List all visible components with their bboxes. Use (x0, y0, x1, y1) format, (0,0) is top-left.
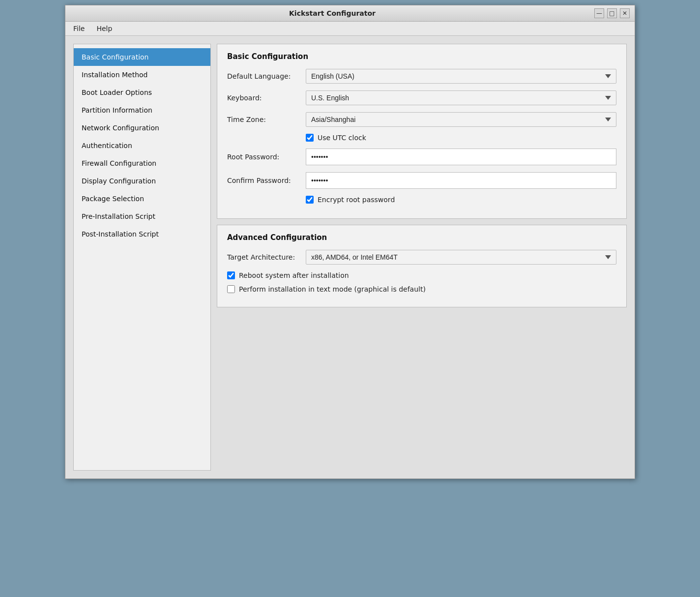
target-arch-control: x86, AMD64, or Intel EM64T ARM PowerPC s… (306, 250, 616, 265)
window-controls: — □ ✕ (594, 8, 630, 18)
text-mode-label[interactable]: Perform installation in text mode (graph… (239, 285, 426, 293)
timezone-select[interactable]: Asia/Shanghai UTC America/New_York Europ… (306, 112, 616, 127)
sidebar-item-display-configuration[interactable]: Display Configuration (74, 172, 210, 190)
sidebar-item-installation-method[interactable]: Installation Method (74, 66, 210, 84)
confirm-password-label: Confirm Password: (227, 177, 306, 184)
utc-clock-row: Use UTC clock (227, 134, 616, 142)
sidebar-item-boot-loader-options[interactable]: Boot Loader Options (74, 84, 210, 101)
sidebar-item-partition-information[interactable]: Partition Information (74, 101, 210, 119)
sidebar-item-pre-installation-script[interactable]: Pre-Installation Script (74, 208, 210, 225)
encrypt-password-row: Encrypt root password (227, 196, 616, 204)
content-area: Basic Configuration Default Language: En… (217, 44, 627, 471)
minimize-button[interactable]: — (594, 8, 604, 18)
default-language-select[interactable]: English (USA) French German Spanish Chin… (306, 69, 616, 84)
advanced-configuration-section: Advanced Configuration Target Architectu… (217, 225, 627, 307)
application-window: Kickstart Configurator — □ ✕ File Help B… (65, 5, 635, 479)
menu-bar: File Help (65, 22, 635, 36)
sidebar: Basic Configuration Installation Method … (73, 44, 211, 471)
menu-file[interactable]: File (71, 24, 87, 33)
basic-configuration-section: Basic Configuration Default Language: En… (217, 44, 627, 219)
text-mode-checkbox[interactable] (227, 285, 235, 293)
window-title: Kickstart Configurator (70, 9, 594, 17)
target-arch-select[interactable]: x86, AMD64, or Intel EM64T ARM PowerPC s… (306, 250, 616, 265)
reboot-label[interactable]: Reboot system after installation (239, 271, 349, 279)
keyboard-row: Keyboard: U.S. English French German Spa… (227, 90, 616, 105)
target-arch-row: Target Architecture: x86, AMD64, or Inte… (227, 250, 616, 265)
target-arch-label: Target Architecture: (227, 253, 306, 261)
sidebar-item-firewall-configuration[interactable]: Firewall Configuration (74, 154, 210, 172)
utc-clock-checkbox[interactable] (306, 134, 314, 142)
keyboard-label: Keyboard: (227, 94, 306, 102)
main-content: Basic Configuration Installation Method … (65, 36, 635, 478)
root-password-label: Root Password: (227, 153, 306, 161)
timezone-control: Asia/Shanghai UTC America/New_York Europ… (306, 112, 616, 127)
confirm-password-input[interactable] (306, 172, 616, 189)
maximize-button[interactable]: □ (607, 8, 617, 18)
advanced-config-title: Advanced Configuration (227, 233, 616, 242)
default-language-row: Default Language: English (USA) French G… (227, 69, 616, 84)
root-password-control (306, 149, 616, 165)
default-language-label: Default Language: (227, 72, 306, 80)
encrypt-password-checkbox[interactable] (306, 196, 314, 204)
confirm-password-control (306, 172, 616, 189)
keyboard-control: U.S. English French German Spanish (306, 90, 616, 105)
close-button[interactable]: ✕ (620, 8, 630, 18)
timezone-label: Time Zone: (227, 116, 306, 123)
reboot-checkbox[interactable] (227, 271, 235, 279)
title-bar: Kickstart Configurator — □ ✕ (65, 5, 635, 22)
confirm-password-row: Confirm Password: (227, 172, 616, 189)
sidebar-item-package-selection[interactable]: Package Selection (74, 190, 210, 208)
root-password-input[interactable] (306, 149, 616, 165)
sidebar-item-network-configuration[interactable]: Network Configuration (74, 119, 210, 137)
encrypt-password-label[interactable]: Encrypt root password (318, 196, 395, 204)
reboot-row: Reboot system after installation (227, 271, 616, 279)
timezone-row: Time Zone: Asia/Shanghai UTC America/New… (227, 112, 616, 127)
text-mode-row: Perform installation in text mode (graph… (227, 285, 616, 293)
keyboard-select[interactable]: U.S. English French German Spanish (306, 90, 616, 105)
default-language-control: English (USA) French German Spanish Chin… (306, 69, 616, 84)
root-password-row: Root Password: (227, 149, 616, 165)
sidebar-item-basic-configuration[interactable]: Basic Configuration (74, 48, 210, 66)
sidebar-item-post-installation-script[interactable]: Post-Installation Script (74, 225, 210, 243)
utc-clock-label[interactable]: Use UTC clock (318, 134, 366, 142)
basic-config-title: Basic Configuration (227, 52, 616, 61)
sidebar-item-authentication[interactable]: Authentication (74, 137, 210, 154)
menu-help[interactable]: Help (94, 24, 114, 33)
